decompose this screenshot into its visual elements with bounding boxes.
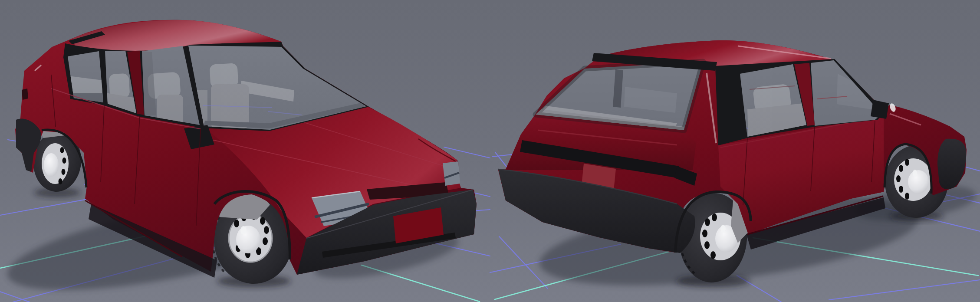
- viewport-canvas[interactable]: [0, 0, 980, 302]
- taillight: [22, 89, 28, 100]
- hubcap-dome: [908, 170, 929, 194]
- hubcap-dome: [236, 226, 260, 253]
- hubcap-dome: [44, 153, 59, 177]
- viewport[interactable]: [0, 0, 980, 302]
- wing-mirror: [871, 100, 889, 119]
- headlight-right: [443, 161, 460, 186]
- hubcap-specular: [240, 226, 247, 235]
- hubcap-specular: [720, 225, 726, 233]
- hubcap-specular: [913, 170, 917, 177]
